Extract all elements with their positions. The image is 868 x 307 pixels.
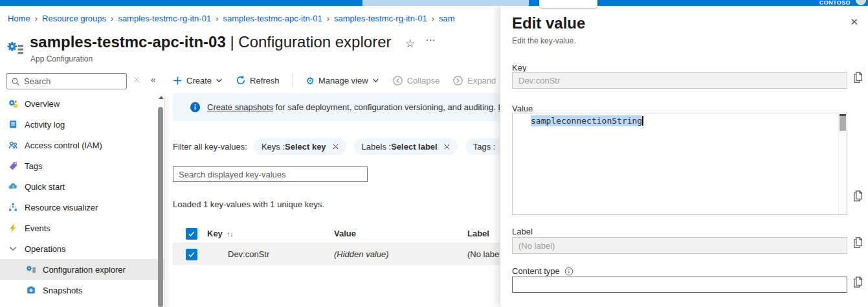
breadcrumb-home[interactable]: Home bbox=[8, 14, 30, 23]
expand-label: Expand bbox=[467, 76, 496, 85]
value-editor[interactable]: sampleconnectionString bbox=[512, 113, 847, 215]
sidebar-item-label: Access control (IAM) bbox=[25, 141, 102, 150]
breadcrumb-separator: › bbox=[211, 14, 223, 23]
sidebar-item-label: Resource visualizer bbox=[25, 203, 98, 212]
sidebar-item-overview[interactable]: Overview bbox=[0, 93, 165, 114]
sidebar-scrollbar[interactable] bbox=[158, 93, 164, 307]
copy-content-type-icon[interactable] bbox=[852, 276, 863, 288]
labels-filter-chip[interactable]: Labels : Select label bbox=[354, 138, 458, 155]
directory-name[interactable]: CONTOSO bbox=[819, 0, 851, 6]
sidebar-item-label: Configuration explorer bbox=[43, 265, 126, 275]
chip-value: Select label bbox=[391, 142, 438, 152]
sidebar-search[interactable] bbox=[6, 73, 127, 89]
sidebar-item-resource-visualizer[interactable]: Resource visualizer bbox=[0, 197, 165, 218]
breadcrumb-resource-groups[interactable]: Resource groups bbox=[42, 14, 106, 23]
clear-search-icon[interactable] bbox=[133, 76, 140, 84]
sidebar-item-tags[interactable]: Tags bbox=[0, 155, 165, 176]
dismiss-icon[interactable] bbox=[443, 142, 451, 151]
table-header-row: Key ↑↓ Value Label bbox=[173, 224, 500, 244]
scroll-up-icon[interactable] bbox=[159, 96, 164, 99]
overview-icon bbox=[8, 98, 18, 109]
keyvalues-search-input[interactable] bbox=[173, 166, 368, 182]
create-label: Create bbox=[186, 76, 212, 85]
create-button[interactable]: Create bbox=[173, 76, 223, 85]
resource-name: samples-testmc-apc-itn-03 bbox=[30, 33, 226, 51]
title-separator: | bbox=[226, 33, 239, 51]
sidebar-item-snapshots[interactable]: Snapshots bbox=[0, 280, 165, 301]
command-bar: Create Refresh ⚙ Manage view Collapse Ex… bbox=[173, 71, 496, 89]
sidebar-item-label: Overview bbox=[25, 99, 60, 109]
resource-type-subtitle: App Configuration bbox=[30, 54, 93, 63]
content-type-input[interactable] bbox=[512, 277, 847, 293]
breadcrumb-rg[interactable]: samples-testmc-rg-itn-01 bbox=[118, 14, 211, 23]
sidebar-group-operations[interactable]: Operations bbox=[0, 238, 165, 259]
value-editor-scrollbar[interactable] bbox=[838, 113, 847, 214]
sidebar-item-label: Activity log bbox=[25, 120, 65, 130]
sidebar-item-quick-start[interactable]: Quick start bbox=[0, 176, 165, 197]
breadcrumb-rg-2[interactable]: samples-testmc-rg-itn-01 bbox=[334, 14, 427, 23]
top-search-highlight bbox=[362, 0, 529, 6]
info-banner: Create snapshots for safe deployment, co… bbox=[173, 93, 500, 121]
expand-button: Expand bbox=[452, 75, 496, 86]
info-tooltip-icon[interactable] bbox=[564, 267, 573, 276]
value-editor-scrollbar-thumb[interactable] bbox=[840, 114, 846, 131]
refresh-label: Refresh bbox=[250, 76, 280, 85]
row-label: (No label) bbox=[467, 249, 500, 259]
key-input bbox=[512, 72, 847, 89]
breadcrumb-separator: › bbox=[106, 14, 118, 23]
resource-visualizer-icon bbox=[8, 202, 18, 212]
manage-view-label: Manage view bbox=[318, 76, 368, 85]
copy-key-icon[interactable] bbox=[852, 71, 863, 84]
keys-filter-chip[interactable]: Keys : Select key bbox=[254, 138, 346, 155]
sidebar-item-label: Events bbox=[25, 223, 50, 233]
tags-filter-chip[interactable]: Tags : bbox=[465, 138, 500, 155]
banner-body-text: for safe deployment, configuration versi… bbox=[273, 102, 498, 112]
collapse-menu-icon[interactable]: « bbox=[151, 74, 156, 85]
sidebar-item-label: Operations bbox=[25, 244, 66, 254]
sidebar-item-access-control[interactable]: Access control (IAM) bbox=[0, 135, 165, 155]
copy-value-icon[interactable] bbox=[852, 190, 863, 202]
sidebar-scrollbar-thumb[interactable] bbox=[158, 107, 163, 307]
view-name: Configuration explorer bbox=[238, 33, 391, 51]
panel-subtitle: Edit the key-value. bbox=[512, 36, 576, 45]
row-key[interactable]: Dev:conStr bbox=[228, 249, 269, 259]
search-icon bbox=[11, 77, 20, 86]
manage-view-button[interactable]: ⚙ Manage view bbox=[306, 76, 379, 85]
table-row[interactable]: Dev:conStr (Hidden value) (No label) bbox=[173, 244, 500, 265]
copy-label-icon[interactable] bbox=[852, 236, 863, 249]
column-header-key[interactable]: Key bbox=[207, 229, 223, 238]
close-icon[interactable]: ✕ bbox=[850, 16, 858, 28]
top-search-flyout[interactable] bbox=[539, 0, 597, 8]
filter-label: Filter all key-values: bbox=[173, 142, 247, 152]
breadcrumb-separator: › bbox=[322, 14, 334, 23]
keyvalues-table: Key ↑↓ Value Label Dev:conStr (Hidden va… bbox=[173, 224, 500, 265]
sidebar-item-events[interactable]: Events bbox=[0, 218, 165, 238]
content-type-field-label: Content type bbox=[512, 266, 560, 276]
select-all-checkbox[interactable] bbox=[186, 228, 197, 240]
sidebar-item-label: Quick start bbox=[25, 182, 65, 192]
dismiss-icon[interactable] bbox=[331, 142, 340, 151]
sidebar-item-configuration-explorer[interactable]: Configuration explorer bbox=[0, 259, 165, 280]
text-cursor bbox=[642, 116, 643, 126]
snapshots-icon bbox=[26, 285, 36, 295]
chip-prefix: Keys : bbox=[262, 142, 285, 152]
banner-message: Create snapshots for safe deployment, co… bbox=[207, 102, 500, 112]
sidebar-item-label: Snapshots bbox=[43, 286, 82, 295]
column-header-label: Label bbox=[467, 229, 489, 238]
create-snapshots-link[interactable]: Create snapshots bbox=[207, 102, 273, 112]
quick-start-icon bbox=[8, 181, 18, 192]
sidebar-search-input[interactable] bbox=[24, 76, 121, 86]
content-type-field-label-row: Content type bbox=[512, 266, 573, 276]
row-checkbox[interactable] bbox=[186, 249, 197, 260]
favorite-star-icon[interactable]: ☆ bbox=[405, 37, 415, 51]
sidebar-item-activity-log[interactable]: Activity log bbox=[0, 114, 165, 135]
sidebar-item-partial[interactable] bbox=[0, 301, 165, 307]
sort-icon[interactable]: ↑↓ bbox=[227, 230, 234, 238]
more-options-icon[interactable]: … bbox=[425, 32, 436, 43]
breadcrumb-partial[interactable]: sam bbox=[439, 14, 455, 23]
refresh-button[interactable]: Refresh bbox=[236, 75, 280, 85]
breadcrumb-apc[interactable]: samples-testmc-apc-itn-01 bbox=[223, 14, 322, 23]
panel-title: Edit value bbox=[512, 14, 585, 32]
expand-circle-icon bbox=[452, 75, 463, 86]
chevron-down-icon bbox=[372, 77, 379, 84]
